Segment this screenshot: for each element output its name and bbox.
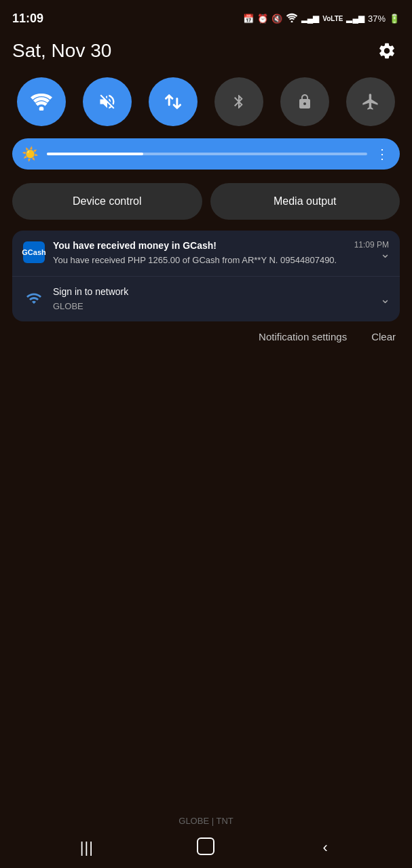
network-expand-icon[interactable]: ⌄ [380, 292, 390, 307]
gcash-notif-header: You have received money in GCash! 11:09 … [53, 240, 389, 251]
wifi-toggle[interactable] [17, 77, 66, 126]
network-notification[interactable]: Sign in to network GLOBE ⌄ [12, 277, 400, 321]
airplane-toggle[interactable] [346, 77, 395, 126]
volte-icon: VoLTE [322, 15, 343, 22]
home-icon [196, 837, 215, 859]
notification-settings-button[interactable]: Notification settings [255, 328, 351, 345]
status-icons: 📅 ⏰ 🔇 ▂▄▆ VoLTE ▂▄▆ 37% 🔋 [243, 13, 400, 24]
alarm-icon: ⏰ [257, 14, 268, 24]
quick-toggles [0, 72, 412, 132]
network-notif-header: Sign in to network [53, 286, 389, 297]
network-notif-title: Sign in to network [53, 286, 128, 297]
data-toggle[interactable] [149, 77, 198, 126]
carrier-label: GLOBE | TNT [0, 816, 412, 826]
device-control-button[interactable]: Device control [12, 183, 202, 220]
battery-icon: 🔋 [389, 14, 400, 24]
header-row: Sat, Nov 30 [0, 33, 412, 72]
gcash-notification[interactable]: GCash You have received money in GCash! … [12, 231, 400, 277]
back-icon: ‹ [322, 839, 327, 856]
battery-indicator: 37% [368, 14, 386, 24]
network-notif-content: Sign in to network GLOBE [53, 286, 389, 312]
home-button[interactable] [191, 833, 221, 863]
mute-icon: 🔇 [271, 14, 282, 24]
gcash-expand-icon[interactable]: ⌄ [380, 246, 390, 261]
brightness-menu-icon[interactable]: ⋮ [375, 146, 390, 162]
clear-notifications-button[interactable]: Clear [367, 328, 400, 345]
gcash-icon: GCash [23, 241, 45, 263]
media-output-button[interactable]: Media output [210, 183, 400, 220]
notifications-panel: GCash You have received money in GCash! … [12, 231, 400, 321]
header-date: Sat, Nov 30 [12, 40, 111, 62]
back-button[interactable]: ‹ [310, 833, 340, 863]
network-icon [23, 288, 45, 309]
svg-point-0 [291, 20, 293, 22]
svg-rect-2 [198, 838, 214, 854]
bluetooth-toggle[interactable] [214, 77, 263, 126]
lte2-signal-icon: ▂▄▆ [346, 14, 364, 23]
svg-point-1 [39, 106, 44, 111]
settings-button[interactable] [374, 38, 400, 64]
recent-apps-button[interactable]: ||| [72, 833, 102, 863]
status-bar: 11:09 📅 ⏰ 🔇 ▂▄▆ VoLTE ▂▄▆ 37% 🔋 [0, 0, 412, 33]
screen-lock-toggle[interactable] [280, 77, 329, 126]
brightness-icon: ☀️ [22, 146, 39, 162]
wifi-status-icon [286, 13, 298, 24]
navigation-bar: ||| ‹ [0, 827, 412, 868]
action-buttons: Device control Media output [0, 176, 412, 226]
recent-apps-icon: ||| [80, 839, 94, 856]
signal-icon: ▂▄▆ [301, 14, 320, 23]
gcash-notif-content: You have received money in GCash! 11:09 … [53, 240, 389, 267]
notification-actions: Notification settings Clear [0, 321, 412, 352]
brightness-bar[interactable]: ☀️ ⋮ [12, 138, 400, 170]
calendar-icon: 📅 [243, 14, 254, 24]
status-time: 11:09 [12, 12, 43, 26]
sound-toggle[interactable] [83, 77, 132, 126]
gcash-notif-body: You have received PHP 1265.00 of GCash f… [53, 255, 337, 265]
gcash-notif-title: You have received money in GCash! [53, 240, 349, 251]
network-notif-detail: GLOBE [53, 301, 83, 311]
